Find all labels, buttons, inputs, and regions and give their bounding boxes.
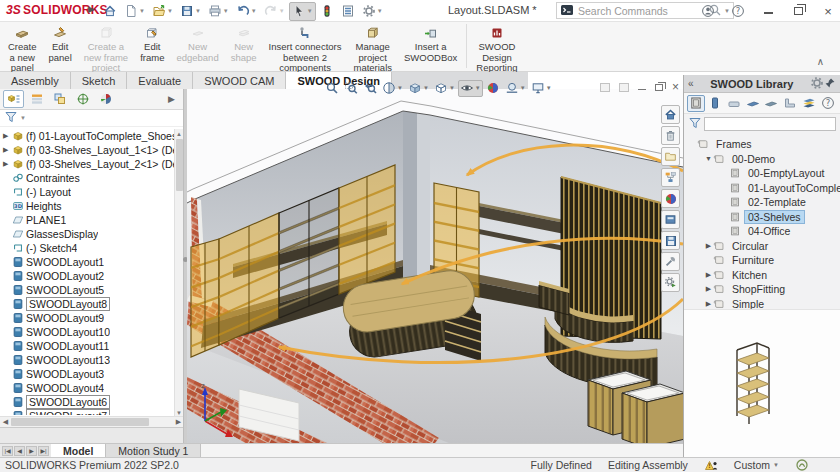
library-item[interactable]: ▶Simple [684,297,840,310]
swood-save-icon[interactable] [661,231,680,250]
tab-sketch[interactable]: Sketch [71,72,128,89]
ribbon-button-insertconnectors-between2-components[interactable]: Insert connectorsbetween 2components [263,24,348,75]
swood-delete-icon[interactable] [661,126,680,145]
swood-run-icon[interactable] [661,273,680,292]
tree-item[interactable]: PLANE1 [0,213,183,227]
library-stack-icon[interactable] [800,95,818,112]
previous-view-icon[interactable] [361,80,379,97]
library-item[interactable]: ▼00-Demo [684,152,840,167]
doc-window-ghost-button[interactable] [619,83,629,92]
library-filter-input[interactable] [704,117,836,131]
section-view-icon[interactable]: ▼ [380,80,405,97]
shelf-unit-highlighted[interactable] [339,165,395,294]
expand-arrow-icon[interactable]: ▶ [3,160,12,168]
save-icon[interactable]: ▼ [177,2,204,21]
sheet-nav-first[interactable]: |◀ [2,446,13,456]
library-item[interactable]: 04-Office [684,224,840,239]
swood-appearance-icon[interactable] [661,189,680,208]
search-input[interactable]: Search Commands [578,5,708,17]
home-icon[interactable] [100,2,120,21]
sheet-nav-prev[interactable]: ◀ [14,446,25,456]
panel-pin-icon[interactable] [824,77,836,91]
open-icon[interactable]: ▼ [149,2,176,21]
swood-structure-icon[interactable] [661,168,680,187]
library-help-icon[interactable]: ? [819,95,837,112]
redo-icon[interactable]: ▼ [261,2,288,21]
tree-item[interactable]: SWOODLayout7 [0,409,183,415]
library-item[interactable]: 03-Shelves [684,210,840,225]
select-cursor-icon[interactable]: ▼ [289,2,316,21]
view-orientation-icon[interactable]: ▼ [406,80,431,97]
apply-scene-icon[interactable]: ▼ [503,80,528,97]
tree-item[interactable]: SWOODLayout1 [0,255,183,269]
graphics-area[interactable]: z ▼▼▼▼▼▼ × [187,89,683,443]
tab-evaluate[interactable]: Evaluate [127,72,193,89]
tree-item[interactable]: SWOODLayout10 [0,325,183,339]
filter-funnel-icon[interactable] [688,116,702,132]
ribbon-button-edit-panel[interactable]: Editpanel [43,24,78,64]
library-panel-vertical-icon[interactable] [706,95,724,112]
swood-open-icon[interactable] [661,147,680,166]
minimize-button[interactable] [760,3,776,19]
tree-item[interactable]: Contraintes [0,171,183,185]
help-icon[interactable]: ? [730,3,746,19]
tree-item[interactable]: SWOODLayout5 [0,283,183,297]
library-panel-flat2-icon[interactable] [763,95,781,112]
library-frames-icon[interactable] [687,95,705,112]
swood-panel-icon[interactable] [661,210,680,229]
tree-item[interactable]: (-) Sketch4 [0,241,183,255]
swood-tools-icon[interactable] [661,252,680,271]
print-icon[interactable]: ▼ [205,2,232,21]
tab-swood-cam[interactable]: SWOOD CAM [193,72,286,89]
feature-tree-vertical-scrollbar[interactable]: ▲▼ [174,129,183,417]
sheet-tab-model[interactable]: Model [51,444,106,457]
new-document-icon[interactable]: ▼ [121,2,148,21]
sheet-nav-last[interactable]: ▶| [38,446,49,456]
fm-tab-displaymanager[interactable] [95,90,116,108]
tree-item[interactable]: SWOODLayout3 [0,367,183,381]
edit-appearance-icon[interactable] [484,80,502,97]
ribbon-button-inserta-swoodbox[interactable]: Insert aSWOODBox [398,24,463,64]
toolbar-flyout-arrow[interactable]: ▶ [88,4,95,14]
panel-settings-gear-icon[interactable] [810,76,824,92]
close-button[interactable]: × [820,3,836,19]
shelf-unit-highlighted[interactable] [191,239,219,357]
fm-tab-overflow-arrow[interactable]: ▶ [168,94,175,104]
doc-close-button[interactable]: × [672,81,679,93]
doc-window-ghost-button[interactable] [600,83,610,92]
feature-tree-horizontal-scrollbar[interactable]: ◀▶ [0,416,184,427]
tree-item[interactable]: SWOODLayout6 [0,395,183,409]
status-tags-icon[interactable] [795,458,809,472]
search-scope-icon[interactable] [560,3,574,19]
sheet-nav-next[interactable]: ▶ [26,446,37,456]
library-item[interactable]: Frames [684,137,840,152]
expand-arrow-icon[interactable]: ▶ [704,271,713,279]
feature-tree-filter[interactable]: ▼ [0,110,183,127]
expand-arrow-icon[interactable]: ▶ [704,242,713,250]
tree-item[interactable]: ▶(f) 03-Shelves_Layout_1<1> (Default) <D [0,143,183,157]
expand-arrow-icon[interactable]: ▶ [3,132,12,140]
hide-show-icon[interactable]: ▼ [458,80,483,97]
fm-tab-propertymanager[interactable] [26,90,47,108]
undo-icon[interactable]: ▼ [233,2,260,21]
view-settings-icon[interactable]: ▼ [529,80,554,97]
library-corner-icon[interactable] [781,95,799,112]
ribbon-button-swood-design-reporting[interactable]: SWOODDesignReporting [470,24,523,75]
filter-funnel-icon[interactable] [4,110,18,126]
scrollbar-thumb[interactable] [176,139,183,191]
library-item[interactable]: ▶Kitchen [684,268,840,283]
expand-arrow-icon[interactable]: ▶ [704,300,713,308]
maximize-button[interactable] [790,3,806,19]
tree-item[interactable]: SWOODLayout8 [0,297,183,311]
zoom-area-icon[interactable] [342,80,360,97]
zoom-fit-icon[interactable] [323,80,341,97]
ribbon-button-edit-frame[interactable]: Editframe [134,24,170,64]
tree-item[interactable]: SWOODLayout2 [0,269,183,283]
library-item[interactable]: 00-EmptyLayout [684,166,840,181]
scrollbar-thumb[interactable] [11,418,149,426]
tree-item[interactable]: 3DHeights [0,199,183,213]
tree-item[interactable]: GlassesDisplay [0,227,183,241]
scene-3d-shop-layout[interactable]: z [187,89,683,443]
tree-item[interactable]: ▶(f) 03-Shelves_Layout_2<1> (Default) <D [0,157,183,171]
options-list-icon[interactable] [338,2,358,21]
